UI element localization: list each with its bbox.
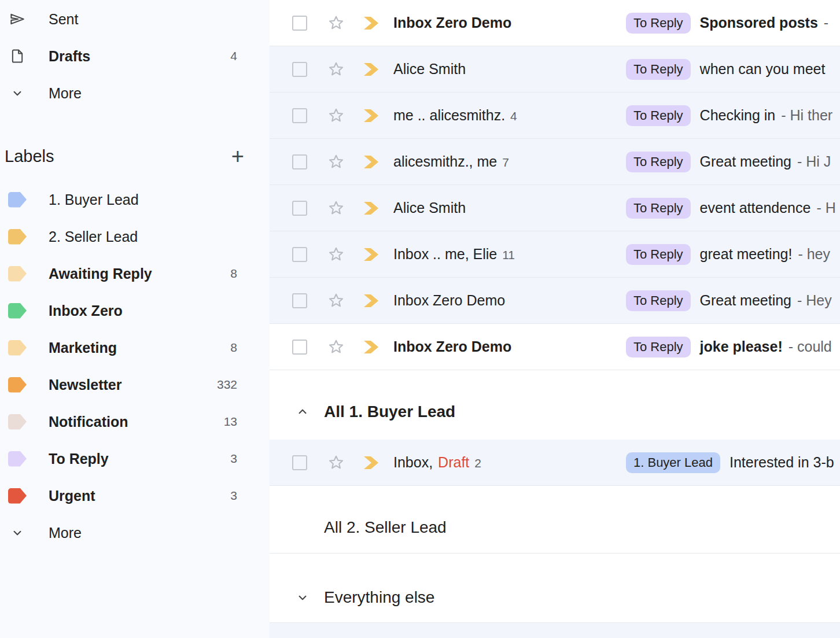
star-icon[interactable] <box>327 338 345 356</box>
label-name: Inbox Zero <box>49 303 123 319</box>
star-icon[interactable] <box>327 60 345 79</box>
sidebar-item-more[interactable]: More <box>0 75 270 112</box>
star-icon[interactable] <box>327 153 345 171</box>
label-chip[interactable]: To Reply <box>626 13 691 34</box>
star-icon[interactable] <box>327 199 345 217</box>
thread-count: 4 <box>510 109 517 123</box>
select-checkbox[interactable] <box>292 340 307 355</box>
sidebar-label-newsletter[interactable]: Newsletter 332 <box>0 366 270 403</box>
subject-area: To Reply Great meeting - Hi J <box>626 152 840 172</box>
section-title: Everything else <box>324 588 434 607</box>
add-label-button[interactable]: + <box>231 147 244 165</box>
section-header-buyer-lead[interactable]: All 1. Buyer Lead <box>270 370 840 440</box>
select-checkbox[interactable] <box>292 455 307 470</box>
email-row[interactable]: Alice Smith To Reply when can you meet <box>270 46 840 93</box>
sidebar-label-inbox-zero[interactable]: Inbox Zero <box>0 292 270 329</box>
section-title: All 1. Buyer Lead <box>324 403 455 421</box>
star-icon[interactable] <box>327 453 345 472</box>
label-name: Newsletter <box>49 377 121 393</box>
subject: great meeting! <box>700 246 793 263</box>
section-title: All 2. Seller Lead <box>324 518 447 537</box>
email-row[interactable]: Inbox,Draft2 1. Buyer Lead Interested in… <box>270 440 840 486</box>
thread-count: 11 <box>502 248 515 262</box>
importance-marker-icon[interactable] <box>363 247 381 262</box>
section-header-seller-lead[interactable]: All 2. Seller Lead <box>270 486 840 554</box>
importance-marker-icon[interactable] <box>363 62 381 77</box>
next-row-partial <box>270 623 840 638</box>
labels-list: 1. Buyer Lead 2. Seller Lead Awaiting Re… <box>0 181 270 551</box>
sidebar-label-notification[interactable]: Notification 13 <box>0 403 270 440</box>
label-chip[interactable]: To Reply <box>626 105 691 126</box>
sender-name: Inbox .. me, Elie <box>393 246 497 263</box>
sidebar-label-to-reply[interactable]: To Reply 3 <box>0 440 270 477</box>
star-icon[interactable] <box>327 292 345 310</box>
sender-name: Inbox Zero Demo <box>393 338 511 355</box>
sidebar-label-marketing[interactable]: Marketing 8 <box>0 329 270 366</box>
snippet: - could <box>789 338 832 355</box>
select-checkbox[interactable] <box>292 247 307 262</box>
sender: Inbox Zero Demo <box>393 338 626 355</box>
label-chip[interactable]: To Reply <box>626 244 691 265</box>
email-row[interactable]: Alice Smith To Reply event attendence - … <box>270 185 840 231</box>
importance-marker-icon[interactable] <box>363 455 381 470</box>
sender: Alice Smith <box>393 200 626 216</box>
importance-marker-icon[interactable] <box>363 154 381 169</box>
select-checkbox[interactable] <box>292 16 307 31</box>
email-row[interactable]: Inbox Zero Demo To Reply Sponsored posts… <box>270 0 840 46</box>
subject-area: To Reply event attendence - H <box>626 198 840 219</box>
label-tag-icon <box>8 338 27 357</box>
importance-marker-icon[interactable] <box>363 108 381 123</box>
label-count: 8 <box>230 267 237 281</box>
label-chip[interactable]: To Reply <box>626 290 691 311</box>
sidebar-label-urgent[interactable]: Urgent 3 <box>0 477 270 514</box>
subject: Great meeting <box>700 292 791 309</box>
star-icon[interactable] <box>327 245 345 264</box>
sidebar-label-seller-lead[interactable]: 2. Seller Lead <box>0 218 270 255</box>
snippet: - Hey <box>797 292 832 309</box>
sidebar-label-buyer-lead[interactable]: 1. Buyer Lead <box>0 181 270 218</box>
email-row[interactable]: alicesmithz., me7 To Reply Great meeting… <box>270 139 840 185</box>
sidebar-item-drafts[interactable]: Drafts 4 <box>0 38 270 75</box>
select-checkbox[interactable] <box>292 62 307 77</box>
sender-name: Alice Smith <box>393 200 466 216</box>
email-row[interactable]: Inbox .. me, Elie11 To Reply great meeti… <box>270 231 840 278</box>
sender-name: Inbox, <box>393 454 433 471</box>
label-chip[interactable]: To Reply <box>626 198 691 219</box>
chevron-up-icon <box>295 404 310 419</box>
star-icon[interactable] <box>327 106 345 125</box>
importance-marker-icon[interactable] <box>363 340 381 355</box>
sender: Inbox .. me, Elie11 <box>393 246 626 263</box>
email-row[interactable]: Inbox Zero Demo To Reply joke please! - … <box>270 324 840 370</box>
snippet: - hey <box>798 246 830 263</box>
chevron-down-icon <box>8 523 27 542</box>
label-chip[interactable]: 1. Buyer Lead <box>626 452 720 473</box>
select-checkbox[interactable] <box>292 293 307 308</box>
subject: Checking in <box>700 107 776 124</box>
subject-area: To Reply when can you meet <box>626 59 840 80</box>
email-row[interactable]: me .. alicesmithz.4 To Reply Checking in… <box>270 93 840 139</box>
label-tag-icon <box>8 301 27 320</box>
label-name: 1. Buyer Lead <box>49 191 139 208</box>
importance-marker-icon[interactable] <box>363 201 381 216</box>
email-row[interactable]: Inbox Zero Demo To Reply Great meeting -… <box>270 278 840 324</box>
label-count: 332 <box>217 378 237 392</box>
sidebar-item-sent[interactable]: Sent <box>0 1 270 38</box>
labels-header: Labels + <box>0 139 270 173</box>
select-checkbox[interactable] <box>292 201 307 216</box>
label-tag-icon <box>8 190 27 209</box>
subject-area: To Reply great meeting! - hey <box>626 244 840 265</box>
labels-title: Labels <box>5 147 54 166</box>
importance-marker-icon[interactable] <box>363 293 381 308</box>
label-chip[interactable]: To Reply <box>626 337 691 357</box>
sidebar-item-label: Sent <box>49 11 78 28</box>
section-header-everything-else[interactable]: Everything else <box>270 554 840 623</box>
select-checkbox[interactable] <box>292 108 307 123</box>
importance-marker-icon[interactable] <box>363 16 381 31</box>
star-icon[interactable] <box>327 14 345 32</box>
label-chip[interactable]: To Reply <box>626 59 691 80</box>
label-chip[interactable]: To Reply <box>626 152 691 172</box>
subject-area: To Reply Great meeting - Hey <box>626 290 840 311</box>
select-checkbox[interactable] <box>292 154 307 169</box>
sidebar-label-awaiting-reply[interactable]: Awaiting Reply 8 <box>0 255 270 292</box>
sidebar-labels-more[interactable]: More <box>0 514 270 551</box>
